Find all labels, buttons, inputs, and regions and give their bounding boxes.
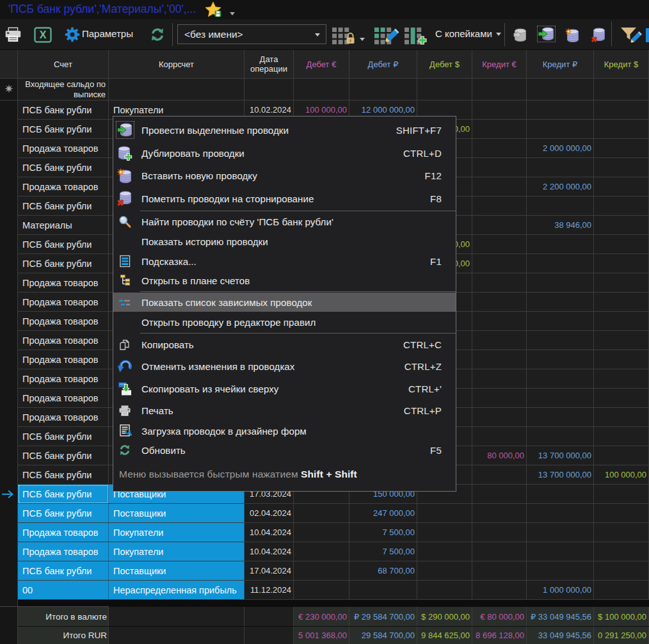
svg-text:X: X (40, 29, 47, 40)
